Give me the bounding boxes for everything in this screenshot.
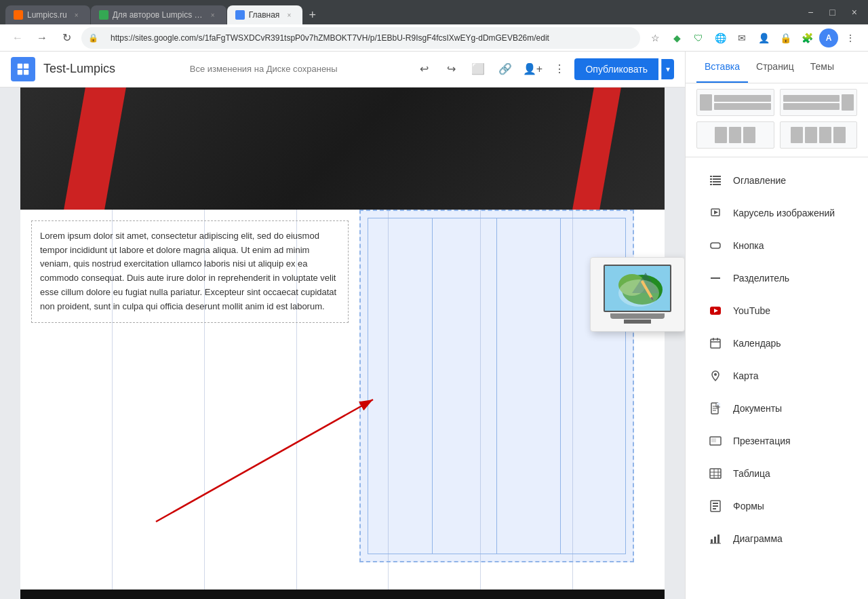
chart-label: Диаграмма [733, 533, 783, 544]
tab-authors[interactable]: Для авторов Lumpics – Google ... × [91, 5, 226, 24]
hero-accent-left [64, 88, 126, 210]
svg-rect-12 [710, 176, 712, 177]
sidebar-item-table[interactable]: Таблица [696, 459, 857, 488]
tab-favicon-authors [99, 10, 108, 20]
sites-toolbar: Test-Lumpics Все изменения на Диске сохр… [0, 52, 685, 88]
svg-rect-15 [713, 178, 721, 180]
sidebar-item-forms[interactable]: Формы [696, 491, 857, 521]
svg-marker-9 [650, 297, 654, 302]
mail-icon[interactable]: ✉ [732, 28, 751, 47]
youtube-label: YouTube [733, 305, 770, 316]
shield-icon[interactable]: 🛡 [689, 28, 708, 47]
window-controls: − □ × [802, 4, 863, 20]
tab-pages[interactable]: Страниц [748, 52, 802, 83]
sites-title: Test-Lumpics [43, 62, 115, 76]
tab-insert[interactable]: Вставка [696, 52, 748, 83]
tab-title-authors: Для авторов Lumpics – Google ... [113, 10, 203, 20]
link-button[interactable]: 🔗 [493, 57, 517, 81]
address-icons: ☆ ◆ 🛡 🌐 ✉ 👤 🔒 🧩 A ⋮ [646, 28, 860, 47]
maximize-button[interactable]: □ [824, 4, 840, 20]
svg-rect-0 [18, 64, 22, 69]
sidebar-item-youtube[interactable]: YouTube [696, 296, 857, 326]
tab-title-lumpics: Lumpics.ru [27, 10, 67, 20]
hero-banner [20, 88, 665, 210]
menu-icon[interactable]: ⋮ [841, 28, 860, 47]
chart-icon [707, 530, 724, 547]
bookmark-icon[interactable]: ☆ [646, 28, 665, 47]
sidebar-item-carousel[interactable]: Карусель изображений [696, 198, 857, 228]
calendar-icon [707, 335, 724, 351]
toc-label: Оглавление [733, 175, 786, 186]
sidebar-item-slides[interactable]: Презентация [696, 426, 857, 456]
svg-rect-19 [713, 184, 721, 185]
undo-button[interactable]: ↩ [412, 57, 436, 81]
tab-favicon-lumpics [14, 10, 23, 20]
forms-label: Формы [733, 501, 764, 511]
refresh-button[interactable]: ↻ [57, 28, 76, 47]
tab-themes[interactable]: Темы [802, 52, 842, 83]
tab-close-main[interactable]: × [283, 9, 294, 20]
text-column: Lorem ipsum dolor sit amet, consectetur … [20, 210, 359, 590]
layout-thumb-3[interactable] [696, 121, 774, 149]
sidebar-item-map[interactable]: Карта [696, 361, 857, 391]
more-options-button[interactable]: ⋮ [547, 57, 572, 81]
sidebar-item-chart[interactable]: Диаграмма [696, 524, 857, 554]
lock2-icon[interactable]: 🔒 [776, 28, 795, 47]
svg-rect-38 [710, 469, 721, 478]
svg-rect-45 [713, 505, 718, 507]
tab-close-authors[interactable]: × [208, 9, 218, 20]
publish-button[interactable]: Опубликовать [574, 58, 658, 80]
forward-button[interactable]: → [33, 28, 52, 47]
sidebar-item-calendar[interactable]: Календарь [696, 328, 857, 358]
button-icon [707, 237, 724, 254]
svg-rect-37 [711, 438, 716, 442]
sidebar-item-divider[interactable]: Разделитель [696, 263, 857, 293]
layout-thumb-1[interactable] [696, 89, 774, 116]
layout-thumb-2[interactable] [780, 89, 858, 116]
slides-icon [707, 433, 724, 449]
preview-button[interactable]: ⬜ [466, 57, 490, 81]
svg-marker-21 [714, 210, 718, 214]
text-block[interactable]: Lorem ipsum dolor sit amet, consectetur … [31, 220, 349, 323]
computer-screen [604, 265, 671, 312]
title-bar: Lumpics.ru × Для авторов Lumpics – Googl… [0, 0, 868, 24]
layout-thumb-4[interactable] [780, 121, 858, 149]
sidebar-item-toc[interactable]: Оглавление [696, 166, 857, 195]
globe-icon[interactable]: 🌐 [711, 28, 730, 47]
minimize-button[interactable]: − [802, 4, 818, 20]
map-icon [707, 368, 724, 384]
account-icon[interactable]: 👤 [754, 28, 773, 47]
svg-rect-16 [710, 181, 712, 182]
svg-point-6 [618, 274, 646, 296]
right-sidebar: Вставка Страниц Темы [685, 52, 868, 599]
close-button[interactable]: × [846, 4, 863, 20]
redo-button[interactable]: ↪ [439, 57, 463, 81]
svg-rect-48 [714, 537, 716, 543]
profile-avatar[interactable]: A [819, 28, 838, 47]
carousel-icon [707, 205, 724, 221]
address-input[interactable] [102, 28, 633, 47]
docs-label: Документы [733, 403, 782, 414]
svg-rect-26 [711, 339, 720, 348]
publish-dropdown-button[interactable]: ▾ [661, 59, 674, 79]
sidebar-content: Оглавление Карусель изображений [686, 157, 868, 562]
tab-main[interactable]: Главная × [227, 5, 303, 24]
add-person-button[interactable]: 👤+ [520, 57, 545, 81]
svg-rect-46 [713, 508, 716, 509]
back-button[interactable]: ← [8, 28, 27, 47]
svg-rect-22 [711, 243, 720, 248]
tab-lumpics[interactable]: Lumpics.ru × [5, 5, 90, 24]
svg-rect-49 [717, 535, 719, 543]
tab-close-lumpics[interactable]: × [71, 9, 82, 20]
svg-rect-44 [713, 503, 718, 504]
sidebar-item-button[interactable]: Кнопка [696, 231, 857, 260]
extensions-icon[interactable]: ◆ [667, 28, 686, 47]
hero-accent-right [572, 88, 621, 210]
puzzle-icon[interactable]: 🧩 [797, 28, 816, 47]
slides-label: Презентация [733, 436, 791, 446]
layout-thumbnails [686, 83, 868, 157]
new-tab-button[interactable]: + [303, 5, 321, 24]
sidebar-item-docs[interactable]: Документы [696, 393, 857, 423]
address-bar: ← → ↻ 🔒 ☆ ◆ 🛡 🌐 ✉ 👤 🔒 🧩 A ⋮ [0, 24, 868, 52]
page-content: Lorem ipsum dolor sit amet, consectetur … [20, 88, 665, 599]
